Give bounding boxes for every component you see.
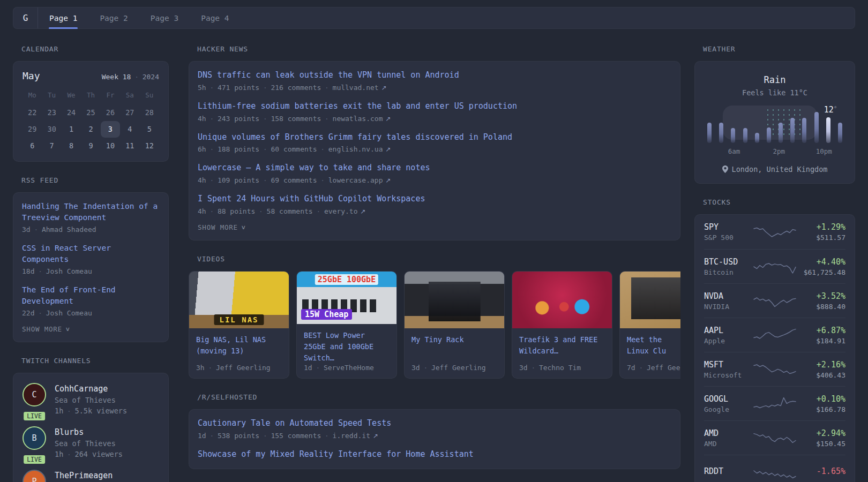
video-card[interactable]: 25GbE 100GbE15W Cheap BEST Low Power 25G…: [296, 271, 397, 379]
nav-tab[interactable]: Page 1: [38, 7, 88, 28]
channel-meta: 1h·264 viewers: [55, 449, 123, 460]
weather-section: WEATHER Rain Feels like 11°C 12° 6am2pm1…: [694, 45, 855, 184]
videos-section-label: VIDEOS: [197, 255, 680, 263]
stock-sparkline: [753, 360, 796, 379]
post-title[interactable]: The End of Front-End Development: [22, 284, 160, 307]
stock-change: +0.10%: [796, 394, 845, 404]
feed-item: DNS traffic can leak outside the VPN tun…: [198, 70, 671, 92]
rss-show-more-button[interactable]: SHOW MORE∨: [22, 325, 70, 333]
rss-section-label: RSS FEED: [21, 176, 169, 184]
dot-separator: ·: [38, 310, 42, 317]
twitch-channel-row[interactable]: P ThePrimeagen: [23, 470, 159, 482]
post-title[interactable]: DNS traffic can leak outside the VPN tun…: [198, 70, 671, 81]
post-title[interactable]: Handling The Indentation of a Treeview C…: [22, 201, 160, 223]
external-link-icon: ↗: [361, 208, 366, 215]
feed-item: CSS in React Server Components 18d·Josh …: [22, 243, 160, 275]
stock-sparkline: [753, 428, 796, 448]
stock-row[interactable]: GOOGL Google +0.10% $166.78: [704, 386, 845, 420]
feed-item: Showcase of my Mixed Reality Interface f…: [198, 449, 671, 461]
dot-separator: ·: [424, 364, 428, 372]
stock-row[interactable]: RDDT -1.65%: [704, 455, 845, 482]
post-title[interactable]: Lowercase – A simple way to take and sha…: [198, 162, 671, 174]
post-domain: newatlas.com: [333, 115, 383, 123]
calendar-widget: May Week 18·2024 MoTuWeThFrSaSu 22232425…: [13, 61, 169, 162]
dot-separator: ·: [263, 115, 267, 123]
calendar-day: 25: [81, 104, 100, 121]
calendar-day-grid: 222324252627282930123456789101112: [23, 104, 159, 154]
dot-separator: ·: [317, 208, 320, 215]
video-meta: 3h·Jeff Geerling: [196, 364, 282, 372]
channel-game: Sea of Thieves: [55, 438, 123, 449]
stock-sparkline: [753, 394, 796, 413]
dashboard: CALENDAR May Week 18·2024 MoTuWeThFrSaSu…: [0, 45, 868, 482]
stock-sparkline: [753, 463, 796, 482]
post-title[interactable]: Showcase of my Mixed Reality Interface f…: [198, 449, 671, 461]
stock-ticker: MSFT: [704, 360, 753, 370]
calendar-day: 5: [140, 121, 159, 138]
calendar-day: 7: [42, 138, 61, 154]
video-card[interactable]: LIL NAS Big NAS, Lil NAS (moving 13) 3h·…: [189, 271, 289, 379]
dot-separator: ·: [316, 364, 320, 372]
stock-name: NVIDIA: [704, 303, 753, 311]
stock-price: $888.40: [796, 303, 845, 311]
video-thumbnail: [405, 272, 504, 328]
video-thumbnail: LIL NAS: [189, 272, 289, 328]
weather-bar: [790, 118, 795, 143]
nav-tab[interactable]: Page 3: [139, 7, 190, 28]
dot-separator: ·: [263, 84, 267, 92]
video-thumbnail: [512, 272, 612, 328]
twitch-section-label: TWITCH CHANNELS: [21, 357, 169, 365]
stock-change: +2.94%: [796, 428, 845, 438]
post-title[interactable]: I Spent 24 Hours with GitHub Copilot Wor…: [198, 193, 671, 205]
feed-item: Unique volumes of Brothers Grimm fairy t…: [198, 132, 671, 154]
stock-row[interactable]: AAPL Apple +6.87% $184.91: [704, 318, 845, 352]
dot-separator: ·: [34, 226, 38, 234]
post-title[interactable]: Unique volumes of Brothers Grimm fairy t…: [198, 132, 671, 144]
stock-row[interactable]: NVDA NVIDIA +3.52% $888.40: [704, 283, 845, 318]
app-logo[interactable]: G: [13, 7, 38, 28]
stock-row[interactable]: SPY S&P 500 +1.29% $511.57: [704, 215, 845, 249]
video-card[interactable]: Traefik 3 and FREE Wildcard… 3d·Techno T…: [512, 271, 612, 379]
video-card[interactable]: My Tiny Rack 3d·Jeff Geerling: [404, 271, 505, 379]
stock-row[interactable]: AMD AMD +2.94% $150.45: [704, 420, 845, 455]
video-title: Traefik 3 and FREE Wildcard…: [519, 334, 605, 364]
post-title[interactable]: Lithium-free sodium batteries exit the l…: [198, 101, 671, 112]
nav-tab[interactable]: Page 2: [88, 7, 139, 28]
stock-ticker: AAPL: [704, 326, 753, 335]
post-title[interactable]: CSS in React Server Components: [22, 243, 160, 265]
stock-ticker: SPY: [704, 222, 753, 232]
stock-sparkline: [753, 222, 796, 242]
stock-price: $184.91: [796, 337, 845, 345]
stock-price: $61,725.48: [796, 268, 845, 276]
dot-separator: ·: [67, 451, 71, 458]
dot-separator: ·: [325, 432, 328, 440]
dot-separator: ·: [67, 408, 71, 415]
twitch-channel-row[interactable]: B LIVE Blurbs Sea of Thieves 1h·264 view…: [23, 426, 159, 460]
calendar-weekday: Sa: [120, 88, 139, 104]
calendar-day: 8: [62, 138, 81, 154]
middle-column: HACKER NEWS DNS traffic can leak outside…: [189, 45, 680, 482]
thumbnail-text: 15W Cheap: [301, 309, 352, 320]
avatar: B: [23, 426, 46, 450]
avatar: P: [23, 470, 46, 482]
stock-ticker: BTC-USD: [704, 257, 753, 267]
weather-bar: [743, 128, 747, 143]
stock-row[interactable]: MSFT Microsoft +2.16% $406.43: [704, 352, 845, 386]
calendar-week: Week 18: [102, 73, 131, 81]
nav-tab[interactable]: Page 4: [190, 7, 240, 28]
calendar-day: 1: [62, 121, 81, 138]
post-domain: i.redd.it: [333, 432, 370, 440]
calendar-day: 2: [81, 121, 100, 138]
twitch-channel-row[interactable]: C LIVE CohhCarnage Sea of Thieves 1h·5.5…: [23, 383, 159, 417]
weather-widget: Rain Feels like 11°C 12° 6am2pm10pm Lond…: [694, 61, 855, 184]
video-meta: 3d·Jeff Geerling: [411, 364, 497, 372]
weather-bar: [719, 123, 723, 143]
external-link-icon: ↗: [385, 146, 391, 153]
post-title[interactable]: Cautionary Tale on Automated Speed Tests: [198, 418, 671, 430]
weather-bar: [779, 123, 783, 143]
stock-row[interactable]: BTC-USD Bitcoin +4.40% $61,725.48: [704, 249, 845, 283]
video-card[interactable]: FAS Meet the Linux Clu 7d·Jeff Geerling: [619, 271, 680, 379]
hn-show-more-button[interactable]: SHOW MORE∨: [198, 223, 245, 231]
calendar-day: 30: [42, 121, 61, 138]
post-domain: mullvad.net: [333, 84, 379, 92]
